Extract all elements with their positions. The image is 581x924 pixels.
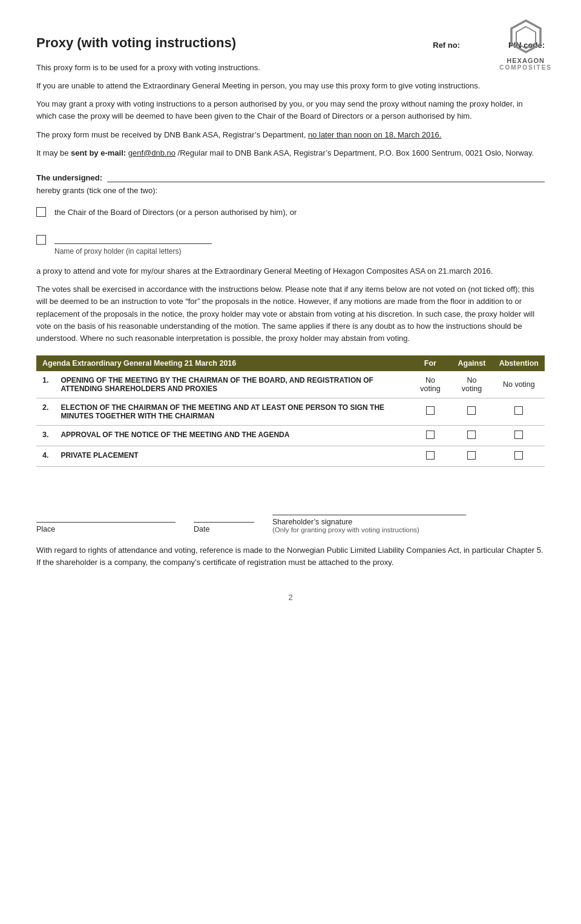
paragraph-1: This proxy form is to be used for a prox… <box>36 62 545 74</box>
table-row: 1. OPENING OF THE MEETING BY THE CHAIRMA… <box>36 371 545 398</box>
row-1-num: 1. <box>36 371 54 398</box>
email-link[interactable]: genf@dnb.no <box>128 148 176 157</box>
row-2-against[interactable] <box>450 398 493 425</box>
checkbox-2-icon[interactable] <box>36 235 46 245</box>
row-4-against[interactable] <box>450 446 493 466</box>
svg-marker-1 <box>516 27 536 48</box>
row-2-text: ELECTION OF THE CHAIRMAN OF THE MEETING … <box>54 398 410 425</box>
row-4-abstention[interactable] <box>493 446 545 466</box>
place-line <box>36 510 176 523</box>
shareholder-sublabel: (Only for granting proxy with voting ins… <box>272 526 419 533</box>
option-1-text: the Chair of the Board of Directors (or … <box>54 206 297 219</box>
proxy-name-line <box>54 234 212 244</box>
row-3-text: APPROVAL OF THE NOTICE OF THE MEETING AN… <box>54 425 410 446</box>
row-1-for: No voting <box>410 371 450 398</box>
row-1-text: OPENING OF THE MEETING BY THE CHAIRMAN O… <box>54 371 410 398</box>
footer-text: With regard to rights of attendance and … <box>36 544 545 569</box>
logo-composites-text: COMPOSITES <box>499 64 552 71</box>
row-4-num: 4. <box>36 446 54 466</box>
table-row: 4. PRIVATE PLACEMENT <box>36 446 545 466</box>
table-header-row: Agenda Extraordinary General Meeting 21 … <box>36 355 545 371</box>
paragraph-3: You may grant a proxy with voting instru… <box>36 98 545 122</box>
undersigned-label: The undersigned: <box>36 173 102 182</box>
deadline-text: no later than noon on 18. March 2016. <box>308 130 441 139</box>
checkbox-option-1: the Chair of the Board of Directors (or … <box>36 206 545 225</box>
undersigned-fill-line <box>107 173 545 182</box>
shareholder-label: Shareholder’s signature <box>272 518 352 526</box>
table-header-agenda: Agenda Extraordinary General Meeting 21 … <box>36 355 410 371</box>
checkbox-row2-abstention[interactable] <box>514 406 523 415</box>
checkbox-row4-for[interactable] <box>426 451 435 460</box>
votes-text: The votes shall be exercised in accordan… <box>36 283 545 345</box>
shareholder-sig-field: Shareholder’s signature (Only for granti… <box>272 503 466 533</box>
table-header-for: For <box>410 355 450 371</box>
checkbox-row3-for[interactable] <box>426 431 435 439</box>
table-row: 2. ELECTION OF THE CHAIRMAN OF THE MEETI… <box>36 398 545 425</box>
signature-section: Place Date Shareholder’s signature (Only… <box>36 503 545 533</box>
row-3-num: 3. <box>36 425 54 446</box>
agenda-table: Agenda Extraordinary General Meeting 21 … <box>36 355 545 467</box>
undersigned-section: The undersigned: hereby grants (tick one… <box>36 173 545 197</box>
page-number: 2 <box>36 593 545 602</box>
checkbox-row3-against[interactable] <box>467 431 476 439</box>
logo-area: HEXAGON COMPOSITES <box>499 18 552 71</box>
place-field: Place <box>36 510 176 533</box>
checkbox-row2-for[interactable] <box>426 406 435 415</box>
checkbox-row2-against[interactable] <box>467 406 476 415</box>
row-3-for[interactable] <box>410 425 450 446</box>
grant-text: hereby grants (tick one of the two): <box>36 185 545 197</box>
date-label: Date <box>194 525 209 533</box>
date-line <box>194 510 254 523</box>
row-4-text: PRIVATE PLACEMENT <box>54 446 410 466</box>
checkbox-option-2: Name of proxy holder (in capital letters… <box>36 234 545 256</box>
row-2-num: 2. <box>36 398 54 425</box>
shareholder-sig-line <box>272 503 466 515</box>
undersigned-line: The undersigned: <box>36 173 545 182</box>
page-title: Proxy (with voting instructions) <box>36 35 433 51</box>
checkbox-row4-abstention[interactable] <box>514 451 523 460</box>
checkbox-1-icon[interactable] <box>36 207 46 217</box>
paragraph-4: The proxy form must be received by DNB B… <box>36 129 545 141</box>
table-header-against: Against <box>450 355 493 371</box>
header-row: Proxy (with voting instructions) Ref no:… <box>36 35 545 51</box>
row-3-against[interactable] <box>450 425 493 446</box>
place-label: Place <box>36 525 55 533</box>
checkbox-row3-abstention[interactable] <box>514 431 523 439</box>
checkbox-row4-against[interactable] <box>467 451 476 460</box>
table-header-abstention: Abstention <box>493 355 545 371</box>
row-1-against: No voting <box>450 371 493 398</box>
row-4-for[interactable] <box>410 446 450 466</box>
logo-hexagon-text: HEXAGON <box>499 57 552 64</box>
paragraph-5: It may be sent by e-mail: genf@dnb.no /R… <box>36 147 545 159</box>
row-3-abstention[interactable] <box>493 425 545 446</box>
date-field: Date <box>194 510 254 533</box>
page: HEXAGON COMPOSITES Proxy (with voting in… <box>0 0 581 638</box>
table-row: 3. APPROVAL OF THE NOTICE OF THE MEETING… <box>36 425 545 446</box>
proxy-name-caption: Name of proxy holder (in capital letters… <box>54 247 212 256</box>
paragraph-2: If you are unable to attend the Extraord… <box>36 80 545 92</box>
ref-label: Ref no: <box>433 41 460 50</box>
row-2-abstention[interactable] <box>493 398 545 425</box>
hexagon-logo-icon <box>508 18 544 54</box>
row-2-for[interactable] <box>410 398 450 425</box>
proxy-attend-text: a proxy to attend and vote for my/our sh… <box>36 265 545 277</box>
signature-row: Place Date Shareholder’s signature (Only… <box>36 503 545 533</box>
row-1-abstention: No voting <box>493 371 545 398</box>
